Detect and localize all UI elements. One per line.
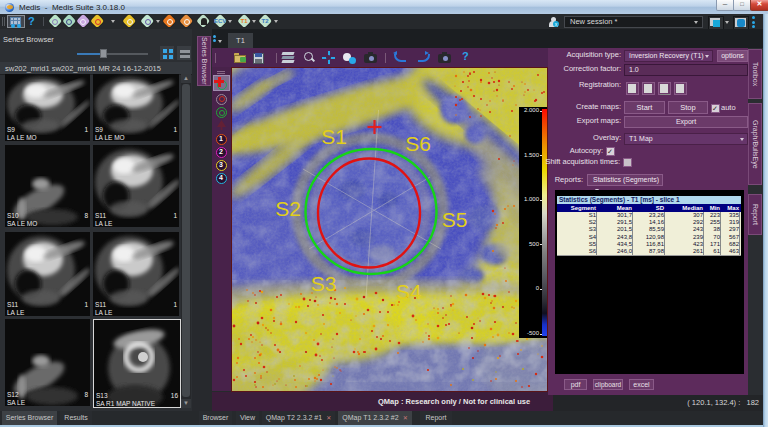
svg-text:S5: S5	[442, 208, 468, 231]
svg-text:S3: S3	[311, 272, 337, 295]
svg-text:S4: S4	[396, 280, 422, 303]
svg-text:S6: S6	[405, 132, 431, 155]
svg-text:S2: S2	[275, 197, 301, 220]
svg-text:S1: S1	[321, 125, 347, 148]
